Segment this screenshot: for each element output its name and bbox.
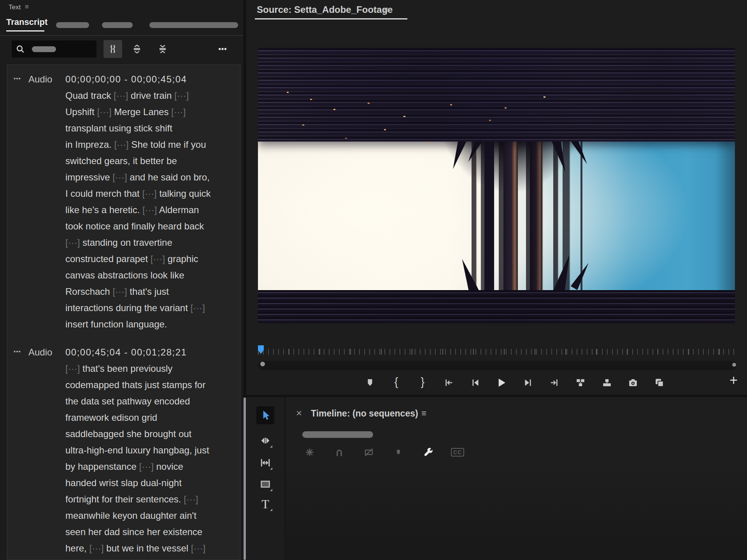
overwrite-button[interactable] xyxy=(600,376,614,390)
timeline-toolbar: CC xyxy=(302,444,466,460)
mark-out-button[interactable]: } xyxy=(416,376,430,390)
transcript-line[interactable]: seen her dad since her existence xyxy=(65,524,236,540)
segment-options-handle[interactable]: ••• xyxy=(14,71,28,332)
segment-time-range: 00;00;45;04 - 00;01;28;21 xyxy=(65,344,236,360)
ripple-edit-tool-button[interactable] xyxy=(256,454,274,472)
segment-body: 00;00;45;04 - 00;01;28;21[···] that's be… xyxy=(65,344,236,556)
transcript-line[interactable]: [···] standing on travertine xyxy=(65,234,236,251)
pause-token: [···] xyxy=(191,543,205,553)
pause-token: [···] xyxy=(114,139,128,150)
tab-placeholder[interactable] xyxy=(102,22,133,28)
transcript-line[interactable]: constructed parapet [···] graphic xyxy=(65,251,236,267)
comparison-view-button[interactable] xyxy=(652,376,666,390)
pause-token: [···] xyxy=(184,494,198,504)
transcript-line[interactable]: took notice and finally heard back xyxy=(65,218,236,234)
transcript-list[interactable]: •••Audio00;00;00;00 - 00;00;45;04Quad tr… xyxy=(7,65,240,560)
transcript-line[interactable]: like he's a heretic. [···] Alderman xyxy=(65,202,236,218)
timeline-track-area[interactable]: Drop media here to create sequence. xyxy=(286,464,747,560)
transcript-line[interactable]: switched gears, it better be xyxy=(65,153,236,169)
search-input[interactable] xyxy=(12,40,96,58)
search-placeholder xyxy=(32,46,56,52)
expand-all-button[interactable] xyxy=(128,40,146,58)
transcript-line[interactable]: ultra-high-end luxury hangbag, just xyxy=(65,442,236,458)
transcript-line[interactable]: transplant using stick shift xyxy=(65,120,236,136)
pause-token: [···] xyxy=(65,363,80,374)
transcript-line[interactable]: interactions during the variant [···] xyxy=(65,300,236,316)
more-options-button[interactable] xyxy=(213,40,232,58)
close-panel-button[interactable]: × xyxy=(296,408,302,418)
transcript-line[interactable]: codemapped thats just stamps for xyxy=(65,377,236,393)
play-button[interactable] xyxy=(494,376,509,390)
transcript-line[interactable]: Quad track [···] drive train [···] xyxy=(65,88,236,104)
track-select-tool-button[interactable] xyxy=(256,432,274,450)
add-marker-button[interactable] xyxy=(363,376,377,390)
transcript-line[interactable]: I could merch that [···] talking quick xyxy=(65,186,236,202)
timeline-menu-icon[interactable]: ≡ xyxy=(421,408,426,418)
pause-token: [···] xyxy=(65,237,80,248)
timeline-title[interactable]: Timeline: (no sequences) xyxy=(311,408,418,419)
transcript-line[interactable]: saddlebagged she brought out xyxy=(65,426,236,442)
linked-selection-button[interactable] xyxy=(361,444,377,460)
step-back-button[interactable] xyxy=(468,376,482,390)
go-to-in-button[interactable] xyxy=(442,376,456,390)
add-marker-button-small[interactable] xyxy=(390,444,407,460)
more-options-icon xyxy=(217,44,228,54)
mark-in-button[interactable]: { xyxy=(389,376,403,390)
zoom-handle-right[interactable] xyxy=(732,363,736,367)
transcript-line[interactable]: by happenstance [···] novice xyxy=(65,458,236,475)
tab-placeholder[interactable] xyxy=(56,22,89,28)
tab-transcript[interactable]: Transcript xyxy=(6,17,47,27)
transcript-line[interactable]: here, [···] but we in the vessel [···] xyxy=(65,540,236,556)
transcript-line[interactable]: impressive [···] and he said on bro, xyxy=(65,169,236,186)
video-art xyxy=(530,119,542,296)
transcript-segment[interactable]: •••Audio00;00;00;00 - 00;00;45;04Quad tr… xyxy=(7,71,240,332)
pause-token: [···] xyxy=(151,254,165,264)
tab-placeholder[interactable] xyxy=(149,22,238,28)
type-tool-icon: T xyxy=(261,498,269,510)
selection-tool-button[interactable] xyxy=(256,406,274,424)
transcript-line[interactable]: canvas abstractions look like xyxy=(65,267,236,284)
transport-controls: { } xyxy=(363,373,666,393)
transcript-line[interactable]: handed wrist slap dual-night xyxy=(65,475,236,491)
transcript-line[interactable]: Upshift [···] Merge Lanes [···] xyxy=(65,104,236,120)
panel-menu-icon[interactable]: ≡ xyxy=(25,3,29,11)
zoom-scrollbar[interactable] xyxy=(258,361,736,370)
text-panel: Text ≡ Transcript xyxy=(0,0,243,560)
source-time-ruler[interactable] xyxy=(258,349,736,355)
pause-display-toggle-button[interactable] xyxy=(103,40,122,58)
scrollbar-thumb[interactable] xyxy=(244,397,246,560)
segment-options-handle[interactable]: ••• xyxy=(14,344,28,556)
expand-all-icon xyxy=(132,44,142,54)
insert-button[interactable] xyxy=(573,376,587,390)
captions-icon: CC xyxy=(451,448,464,457)
collapse-all-button[interactable] xyxy=(153,40,172,58)
transcript-line[interactable]: fortnight for their sentences. [···] xyxy=(65,491,236,508)
go-to-out-button[interactable] xyxy=(547,376,561,390)
transcript-line[interactable]: in Impreza. [···] She told me if you xyxy=(65,136,236,153)
type-tool-button[interactable]: T xyxy=(256,495,274,513)
active-panel-underline xyxy=(255,18,407,19)
video-art xyxy=(287,92,289,93)
transcript-segment[interactable]: •••Audio00;00;45;04 - 00;01;28;21[···] t… xyxy=(7,344,240,556)
transcript-line[interactable]: Rorschach [···] that's just xyxy=(65,284,236,300)
rectangle-tool-button[interactable] xyxy=(256,475,274,493)
timeline-settings-wrench-button[interactable] xyxy=(420,444,436,460)
pause-token: [···] xyxy=(142,188,156,199)
step-forward-button[interactable] xyxy=(521,376,535,390)
transcript-line[interactable]: framework edison grid xyxy=(65,410,236,426)
export-frame-button[interactable] xyxy=(626,376,640,390)
source-monitor-menu-icon[interactable]: ≡ xyxy=(383,5,388,15)
nest-sequences-button[interactable] xyxy=(302,444,318,460)
button-editor-add-button[interactable]: + xyxy=(729,373,738,387)
transcript-line[interactable]: meanwhile keyon daughter ain't xyxy=(65,508,236,524)
transcript-line[interactable]: the data set pathway encoded xyxy=(65,393,236,410)
transcript-line[interactable]: [···] that's been previously xyxy=(65,360,236,377)
tools-panel: T xyxy=(246,397,284,560)
segment-body: 00;00;00;00 - 00;00;45;04Quad track [···… xyxy=(65,71,236,332)
captions-button[interactable]: CC xyxy=(449,444,466,460)
snap-button[interactable] xyxy=(331,444,347,460)
zoom-handle-left[interactable] xyxy=(260,362,265,366)
source-monitor-title[interactable]: Source: Setta_Adobe_Footage xyxy=(257,4,393,15)
transcript-line[interactable]: insert function language. xyxy=(65,316,236,332)
video-preview[interactable] xyxy=(258,48,735,323)
